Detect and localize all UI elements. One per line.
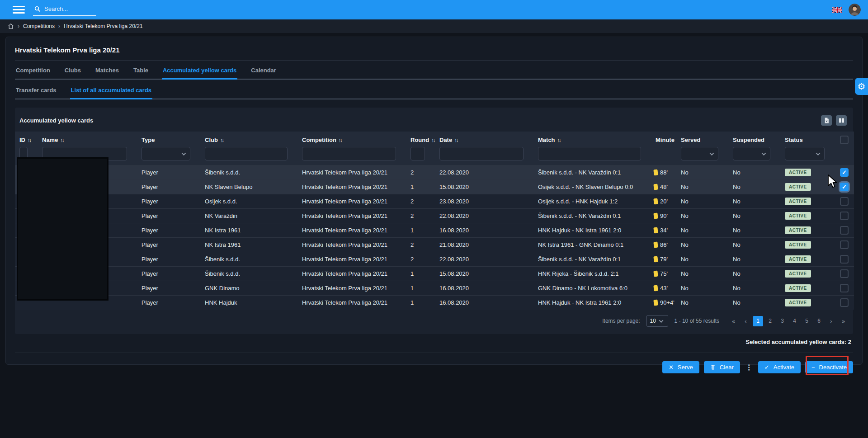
row-checkbox[interactable] bbox=[840, 255, 849, 264]
table-row[interactable]: Player Šibenik s.d.d. Hrvatski Telekom P… bbox=[15, 165, 854, 180]
page-button[interactable]: 1 bbox=[753, 316, 763, 326]
cell-minute: 20' bbox=[651, 194, 676, 209]
row-checkbox[interactable] bbox=[840, 269, 849, 278]
column-header-id[interactable]: ID↑↓ bbox=[15, 132, 38, 145]
row-checkbox[interactable] bbox=[840, 284, 849, 292]
page-button[interactable]: 6 bbox=[814, 316, 824, 326]
cell-competition: Hrvatski Telekom Prva liga 20/21 bbox=[297, 180, 406, 194]
sort-icon[interactable]: ↑↓ bbox=[454, 137, 458, 143]
filter-type-select[interactable] bbox=[142, 147, 190, 160]
sort-icon[interactable]: ↑↓ bbox=[431, 137, 434, 143]
table-row[interactable]: Player Šibenik s.d.d. Hrvatski Telekom P… bbox=[15, 267, 854, 281]
breadcrumb-competitions[interactable]: Competitions bbox=[23, 23, 55, 29]
sort-icon[interactable]: ↑↓ bbox=[28, 137, 31, 143]
column-header-name[interactable]: Name↑↓ bbox=[38, 132, 137, 145]
table-row[interactable]: Player NK Slaven Belupo Hrvatski Telekom… bbox=[15, 180, 854, 194]
first-page-button[interactable]: « bbox=[728, 316, 739, 326]
table-row[interactable]: Player Osijek s.d.d. Hrvatski Telekom Pr… bbox=[15, 194, 854, 209]
main-tabs: Competition Clubs Matches Table Accumula… bbox=[15, 61, 853, 80]
items-per-page-label: Items per page: bbox=[602, 318, 640, 324]
accumulated-yellow-cards-panel: Accumulated yellow cards ID↑↓ Name↑↓ bbox=[15, 108, 853, 334]
settings-button[interactable]: ⚙ bbox=[855, 78, 868, 95]
row-checkbox[interactable] bbox=[840, 298, 849, 307]
tab-calendar[interactable]: Calendar bbox=[250, 61, 277, 80]
items-per-page-select[interactable]: 10 bbox=[646, 315, 668, 327]
previous-page-button[interactable]: ‹ bbox=[741, 316, 751, 326]
sort-icon[interactable]: ↑↓ bbox=[60, 137, 63, 143]
yellow-card-icon bbox=[653, 300, 658, 306]
filter-status-select[interactable] bbox=[785, 147, 825, 160]
deactivate-button[interactable]: − Deactivate bbox=[805, 361, 853, 373]
column-header-round[interactable]: Round↑↓ bbox=[406, 132, 435, 145]
table-row[interactable]: Player NK Istra 1961 Hrvatski Telekom Pr… bbox=[15, 238, 854, 252]
yellow-card-icon bbox=[653, 285, 658, 292]
table-row[interactable]: Player HNK Hajduk Hrvatski Telekom Prva … bbox=[15, 296, 854, 310]
page-title: Hrvatski Telekom Prva liga 20/21 bbox=[15, 42, 853, 60]
column-header-date[interactable]: Date↑↓ bbox=[435, 132, 533, 145]
serve-button[interactable]: ✕ Serve bbox=[662, 361, 699, 373]
filter-match-input[interactable] bbox=[538, 147, 641, 160]
home-icon[interactable] bbox=[8, 23, 14, 29]
subtab-list-of-all-accumulated-cards[interactable]: List of all accumulated cards bbox=[70, 82, 152, 99]
sort-icon[interactable]: ↑↓ bbox=[557, 137, 561, 143]
tab-accumulated-yellow-cards[interactable]: Accumulated yellow cards bbox=[162, 61, 237, 80]
column-header-club[interactable]: Club↑↓ bbox=[200, 132, 297, 145]
tab-clubs[interactable]: Clubs bbox=[64, 61, 82, 80]
page-button[interactable]: 3 bbox=[777, 316, 788, 326]
language-flag-icon[interactable] bbox=[832, 7, 842, 13]
status-badge: ACTIVE bbox=[785, 299, 811, 306]
filter-club-input[interactable] bbox=[205, 147, 288, 160]
last-page-button[interactable]: » bbox=[838, 316, 849, 326]
row-checkbox[interactable] bbox=[840, 240, 849, 249]
sort-icon[interactable]: ↑↓ bbox=[220, 137, 223, 143]
user-avatar[interactable] bbox=[849, 4, 861, 16]
status-badge: ACTIVE bbox=[785, 212, 811, 220]
row-checkbox[interactable]: ✓ bbox=[840, 183, 849, 191]
page-button[interactable]: 4 bbox=[789, 316, 800, 326]
cell-status: ACTIVE bbox=[780, 267, 835, 281]
search-input[interactable]: Search... bbox=[33, 4, 96, 16]
clear-button[interactable]: Clear bbox=[704, 361, 740, 373]
menu-icon[interactable] bbox=[13, 6, 25, 14]
select-all-checkbox[interactable] bbox=[840, 136, 849, 144]
divider bbox=[15, 353, 853, 353]
page-button[interactable]: 2 bbox=[765, 316, 775, 326]
activate-button[interactable]: ✓ Activate bbox=[758, 361, 801, 373]
table-row[interactable]: Player NK Istra 1961 Hrvatski Telekom Pr… bbox=[15, 223, 854, 238]
cell-served: No bbox=[676, 209, 728, 223]
column-header-match[interactable]: Match↑↓ bbox=[533, 132, 651, 145]
table-row[interactable]: Player GNK Dinamo Hrvatski Telekom Prva … bbox=[15, 281, 854, 296]
next-page-button[interactable]: › bbox=[826, 316, 836, 326]
row-checkbox[interactable]: ✓ bbox=[840, 168, 849, 177]
sort-icon[interactable]: ↑↓ bbox=[339, 137, 342, 143]
status-badge: ACTIVE bbox=[785, 226, 811, 234]
tab-table[interactable]: Table bbox=[132, 61, 149, 80]
cell-suspended: No bbox=[728, 267, 780, 281]
cell-club: Osijek s.d.d. bbox=[200, 194, 297, 209]
more-options-icon[interactable]: ⋮ bbox=[745, 363, 754, 372]
subtab-transfer-cards[interactable]: Transfer cards bbox=[15, 82, 57, 99]
columns-button[interactable] bbox=[836, 115, 847, 126]
accumulated-yellow-cards-table: ID↑↓ Name↑↓ Type Club↑↓ Competition↑↓ Ro… bbox=[15, 132, 854, 310]
filter-date-input[interactable] bbox=[439, 147, 524, 160]
yellow-card-icon bbox=[653, 198, 658, 205]
row-checkbox[interactable] bbox=[840, 197, 849, 206]
row-checkbox[interactable] bbox=[840, 226, 849, 235]
filter-served-select[interactable] bbox=[681, 147, 718, 160]
cell-status: ACTIVE bbox=[780, 165, 835, 180]
cell-date: 21.08.2020 bbox=[435, 238, 533, 252]
table-row[interactable]: Player Šibenik s.d.d. Hrvatski Telekom P… bbox=[15, 252, 854, 267]
page-button[interactable]: 5 bbox=[802, 316, 812, 326]
tab-competition[interactable]: Competition bbox=[15, 61, 51, 80]
table-row[interactable]: Player NK Varaždin Hrvatski Telekom Prva… bbox=[15, 209, 854, 223]
filter-suspended-select[interactable] bbox=[733, 147, 770, 160]
column-header-competition[interactable]: Competition↑↓ bbox=[297, 132, 406, 145]
filter-round-input[interactable] bbox=[410, 147, 425, 160]
filter-competition-input[interactable] bbox=[302, 147, 396, 160]
cell-status: ACTIVE bbox=[780, 238, 835, 252]
filter-row bbox=[15, 145, 854, 165]
tab-matches[interactable]: Matches bbox=[94, 61, 120, 80]
breadcrumb-separator: › bbox=[18, 23, 19, 29]
row-checkbox[interactable] bbox=[840, 212, 849, 220]
export-file-button[interactable] bbox=[821, 115, 832, 126]
